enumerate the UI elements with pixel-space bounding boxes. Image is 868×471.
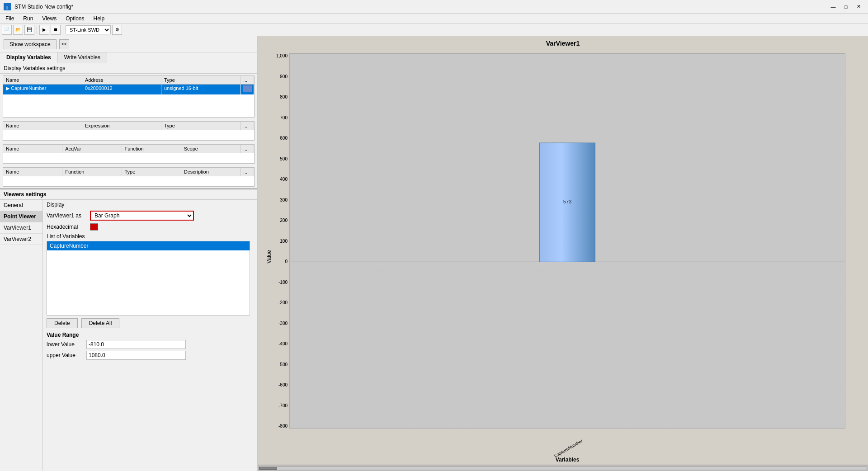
scrollbar-track[interactable]	[259, 466, 867, 470]
col-type: Type	[161, 76, 241, 84]
row-color	[241, 85, 254, 94]
upper-value-input[interactable]	[86, 351, 186, 360]
show-workspace-button[interactable]: Show workspace	[4, 39, 57, 49]
variable-list: CaptureNumber	[47, 241, 250, 316]
settings-button[interactable]: ⚙	[112, 25, 122, 35]
upper-value-label: upper Value	[47, 352, 83, 358]
svg-rect-2	[9, 4, 10, 9]
chart-area: Value 1,000 900 800 700 600 500 400 300 …	[258, 49, 868, 465]
tab-write-variables[interactable]: Write Variables	[58, 52, 107, 63]
hex-label: Hexadecimal	[47, 224, 87, 230]
variable-item-capture-number[interactable]: CaptureNumber	[47, 241, 250, 250]
expr-col-expr: Expression	[82, 122, 161, 130]
upper-value-row: upper Value	[47, 351, 254, 360]
chart-svg: 573	[290, 54, 845, 428]
bar-value-label: 573	[563, 199, 571, 204]
y-label-100: 100	[280, 239, 288, 244]
acq-table: Name AcqVar Function Scope ...	[3, 144, 255, 164]
row-type: unsigned 16-bit	[161, 85, 241, 94]
menu-options[interactable]: Options	[62, 14, 88, 23]
y-label-n200: -200	[278, 300, 288, 305]
maximize-button[interactable]: □	[840, 2, 852, 11]
func-col-name: Name	[3, 168, 62, 176]
y-label-n600: -600	[278, 382, 288, 387]
chart-inner: 573	[289, 53, 845, 429]
y-label-n100: -100	[278, 280, 288, 285]
collapse-button[interactable]: <<	[59, 39, 69, 49]
toolbar: 📄 📂 💾 ▶ ⏹ ST-Link SWD ⚙	[0, 24, 868, 36]
left-panel: Show workspace << Display Variables Writ…	[0, 36, 258, 471]
sidebar-item-varviewer1[interactable]: VarViewer1	[0, 222, 42, 234]
viewer-as-select[interactable]: Bar Graph Line Graph Table	[90, 211, 194, 221]
run-button[interactable]: ▶	[39, 25, 49, 35]
y-label-n700: -700	[278, 403, 288, 408]
close-button[interactable]: ✕	[853, 2, 864, 11]
y-label-600: 600	[280, 136, 288, 141]
viewers-layout: General Point Viewer VarViewer1 VarViewe…	[0, 200, 257, 471]
display-row: Display	[47, 202, 254, 208]
list-of-variables-label: List of Variables	[47, 233, 254, 240]
x-axis-title: Variables	[289, 457, 845, 463]
func-table-header: Name Function Type Description ...	[3, 168, 254, 176]
y-label-n500: -500	[278, 362, 288, 367]
y-label-n400: -400	[278, 341, 288, 346]
section-label: Display Variables settings	[0, 63, 257, 74]
tab-display-variables[interactable]: Display Variables	[0, 52, 58, 63]
func-col-more[interactable]: ...	[241, 168, 254, 176]
menu-run[interactable]: Run	[19, 14, 37, 23]
display-label: Display	[47, 202, 87, 208]
col-more[interactable]: ...	[241, 76, 254, 84]
minimize-button[interactable]: —	[827, 2, 839, 11]
sidebar-item-point-viewer[interactable]: Point Viewer	[0, 211, 42, 222]
y-axis-labels: 1,000 900 800 700 600 500 400 300 200 10…	[266, 53, 288, 429]
acq-col-func: Function	[122, 145, 181, 153]
save-button[interactable]: 💾	[24, 25, 34, 35]
sidebar-item-general[interactable]: General	[0, 200, 42, 211]
value-range-title: Value Range	[47, 332, 254, 338]
func-table: Name Function Type Description ...	[3, 167, 255, 187]
tab-bar: Display Variables Write Variables	[0, 52, 257, 63]
y-label-300: 300	[280, 198, 288, 203]
func-col-func: Function	[62, 168, 122, 176]
delete-all-button[interactable]: Delete All	[81, 318, 120, 328]
acq-col-name: Name	[3, 145, 62, 153]
color-indicator[interactable]	[90, 223, 98, 231]
acq-col-more[interactable]: ...	[241, 145, 254, 153]
color-swatch	[243, 85, 252, 92]
col-name: Name	[3, 76, 82, 84]
title-bar: STM Studio New config* — □ ✕	[0, 0, 868, 14]
open-button[interactable]: 📂	[13, 25, 23, 35]
acq-col-scope: Scope	[181, 145, 241, 153]
menu-file[interactable]: File	[2, 14, 18, 23]
y-label-700: 700	[280, 115, 288, 120]
scrollbar-thumb[interactable]	[259, 467, 277, 470]
sidebar-item-varviewer2[interactable]: VarViewer2	[0, 234, 42, 245]
right-panel: VarViewer1 Value 1,000 900 800 700 600 5…	[258, 36, 868, 471]
func-col-type: Type	[122, 168, 181, 176]
lower-value-input[interactable]	[86, 340, 186, 349]
expression-table: Name Expression Type ...	[3, 121, 255, 141]
row-address: 0x20000012	[82, 85, 161, 94]
svg-rect-1	[6, 6, 8, 9]
main-layout: Show workspace << Display Variables Writ…	[0, 36, 868, 471]
table-row[interactable]: ▶ CaptureNumber 0x20000012 unsigned 16-b…	[3, 85, 254, 94]
link-combo[interactable]: ST-Link SWD	[66, 25, 111, 34]
expr-empty-row	[3, 130, 254, 140]
svg-rect-0	[4, 5, 6, 9]
delete-button[interactable]: Delete	[47, 318, 78, 328]
empty-row-1	[3, 94, 254, 117]
y-label-1000: 1,000	[276, 53, 288, 58]
col-address: Address	[82, 76, 161, 84]
app-icon	[4, 3, 11, 10]
value-range-section: Value Range lower Value upper Value	[47, 332, 254, 360]
stop-button[interactable]: ⏹	[51, 25, 61, 35]
menu-views[interactable]: Views	[38, 14, 60, 23]
new-button[interactable]: 📄	[2, 25, 12, 35]
expr-col-more[interactable]: ...	[241, 122, 254, 130]
func-empty-row	[3, 176, 254, 186]
menu-help[interactable]: Help	[90, 14, 108, 23]
acq-table-header: Name AcqVar Function Scope ...	[3, 145, 254, 153]
expr-table-header: Name Expression Type ...	[3, 122, 254, 130]
chart-scrollbar[interactable]	[258, 465, 868, 471]
y-label-400: 400	[280, 177, 288, 182]
